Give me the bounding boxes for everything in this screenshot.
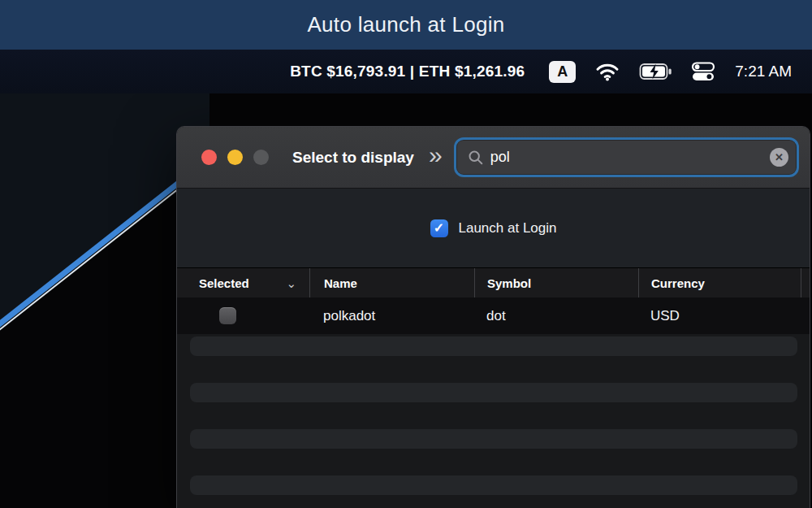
search-field[interactable]: ✕: [454, 137, 799, 177]
input-source-indicator[interactable]: A: [549, 61, 576, 83]
screen: Auto launch at Login BTC $16,793.91 | ET…: [0, 0, 812, 508]
cell-spacer: [801, 297, 810, 334]
search-input[interactable]: [490, 149, 770, 166]
table-row[interactable]: polkadot dot USD: [177, 297, 810, 334]
table-header: Selected ⌄ Name Symbol Currency: [177, 267, 810, 297]
banner-title: Auto launch at Login: [307, 12, 504, 37]
column-header-currency[interactable]: Currency: [638, 268, 801, 297]
crypto-ticker[interactable]: BTC $16,793.91 | ETH $1,261.96: [290, 63, 525, 80]
launch-section: ✓ Launch at Login: [177, 189, 810, 267]
launch-at-login-label: Launch at Login: [459, 220, 557, 237]
checkmark-icon: ✓: [434, 222, 444, 235]
cell-selected: [177, 297, 309, 334]
menu-bar: BTC $16,793.91 | ETH $1,261.96 A: [0, 50, 812, 93]
placeholder-row: [190, 475, 797, 495]
column-header-selected[interactable]: Selected ⌄: [177, 268, 309, 297]
window-title: Select to display: [292, 149, 414, 167]
cell-symbol: dot: [474, 297, 638, 334]
battery-charging-icon[interactable]: [639, 63, 673, 80]
minimize-button[interactable]: [227, 150, 243, 165]
row-select-checkbox[interactable]: [219, 307, 236, 324]
control-center-icon[interactable]: [691, 62, 715, 82]
column-header-symbol[interactable]: Symbol: [474, 268, 638, 297]
cell-currency: USD: [638, 297, 801, 334]
column-header-spacer: [801, 268, 810, 297]
wifi-icon[interactable]: [594, 61, 621, 82]
app-window: Select to display » ✕: [176, 126, 810, 508]
placeholder-rows: [177, 334, 810, 495]
placeholder-row: [190, 383, 797, 402]
search-icon: [468, 150, 484, 166]
column-header-name[interactable]: Name: [309, 268, 474, 297]
double-chevron-icon: »: [429, 143, 443, 172]
column-header-selected-label: Selected: [199, 276, 249, 290]
table-body: polkadot dot USD: [177, 297, 810, 508]
banner: Auto launch at Login: [0, 0, 812, 50]
chevron-down-icon: ⌄: [286, 277, 296, 289]
cell-name: polkadot: [309, 297, 474, 334]
zoom-button: [253, 150, 269, 165]
placeholder-row: [190, 429, 797, 449]
placeholder-row: [190, 336, 797, 356]
launch-at-login-checkbox[interactable]: ✓: [430, 219, 448, 237]
search-field-inner: ✕: [457, 141, 796, 174]
close-button[interactable]: [201, 150, 217, 165]
menu-bar-clock[interactable]: 7:21 AM: [735, 63, 792, 80]
clear-search-button[interactable]: ✕: [770, 148, 788, 167]
window-titlebar[interactable]: Select to display » ✕: [177, 127, 810, 189]
desktop: Select to display » ✕: [0, 93, 812, 508]
traffic-lights: [201, 150, 269, 165]
